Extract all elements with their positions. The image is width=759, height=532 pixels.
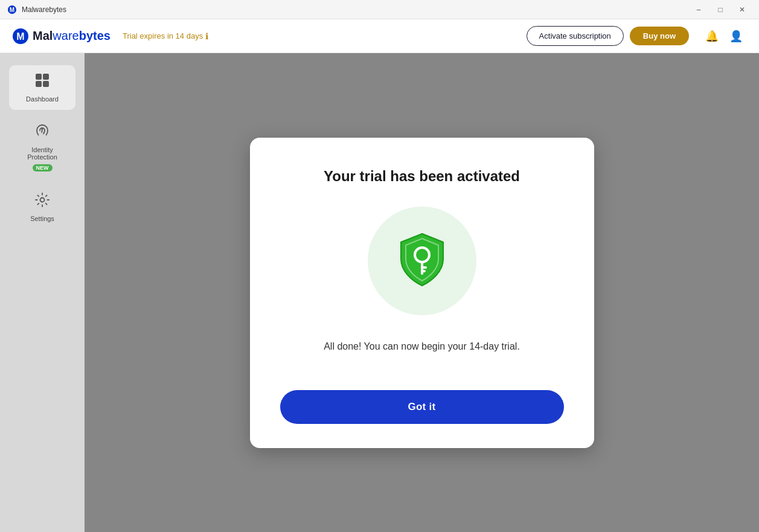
svg-rect-6 <box>36 81 42 87</box>
logo-icon: M <box>12 28 29 45</box>
restore-button[interactable]: □ <box>711 0 730 19</box>
window-controls: – □ ✕ <box>689 0 752 19</box>
sidebar: Dashboard IdentityProtection NEW <box>0 53 85 532</box>
user-icon: 👤 <box>729 30 743 43</box>
logo: M Malwarebytes <box>12 28 110 45</box>
new-badge: NEW <box>33 164 53 171</box>
svg-text:M: M <box>10 7 14 13</box>
svg-rect-4 <box>36 74 42 80</box>
modal-overlay: Your trial has been activated <box>85 53 759 532</box>
main-content: Your trial has been activated <box>85 53 759 532</box>
logo-text: Malwarebytes <box>33 29 110 43</box>
fingerprint-icon <box>34 123 50 143</box>
app-icon: M <box>7 5 17 14</box>
sidebar-item-dashboard-label: Dashboard <box>26 95 59 103</box>
app-header: M Malwarebytes Trial expires in 14 days … <box>0 19 759 53</box>
bell-icon: 🔔 <box>705 30 719 43</box>
shield-key-icon <box>389 228 455 294</box>
app-body: Dashboard IdentityProtection NEW <box>0 53 759 532</box>
svg-rect-5 <box>43 74 49 80</box>
sidebar-item-settings[interactable]: Settings <box>9 185 75 229</box>
buy-now-button[interactable]: Buy now <box>630 27 689 45</box>
title-bar-text: Malwarebytes <box>22 5 689 14</box>
shield-circle <box>368 207 476 315</box>
title-bar: M Malwarebytes – □ ✕ <box>0 0 759 19</box>
modal-body-text: All done! You can now begin your 14-day … <box>324 339 520 354</box>
sidebar-item-identity-label: IdentityProtection <box>27 146 57 161</box>
info-icon: ℹ <box>205 31 208 41</box>
sidebar-item-identity-protection[interactable]: IdentityProtection NEW <box>9 116 75 179</box>
got-it-button[interactable]: Got it <box>280 390 564 424</box>
modal-title: Your trial has been activated <box>324 168 520 185</box>
settings-icon <box>34 192 50 211</box>
sidebar-item-dashboard[interactable]: Dashboard <box>9 65 75 110</box>
svg-rect-7 <box>43 81 49 87</box>
dashboard-icon <box>34 72 50 92</box>
trial-badge: Trial expires in 14 days ℹ <box>123 31 208 41</box>
svg-text:M: M <box>16 31 24 42</box>
activate-subscription-button[interactable]: Activate subscription <box>527 26 624 46</box>
trial-activated-modal: Your trial has been activated <box>250 138 594 448</box>
close-button[interactable]: ✕ <box>732 0 752 19</box>
notifications-button[interactable]: 🔔 <box>701 25 723 47</box>
minimize-button[interactable]: – <box>689 0 708 19</box>
sidebar-item-settings-label: Settings <box>30 215 54 222</box>
svg-point-8 <box>40 198 45 202</box>
account-button[interactable]: 👤 <box>725 25 747 47</box>
